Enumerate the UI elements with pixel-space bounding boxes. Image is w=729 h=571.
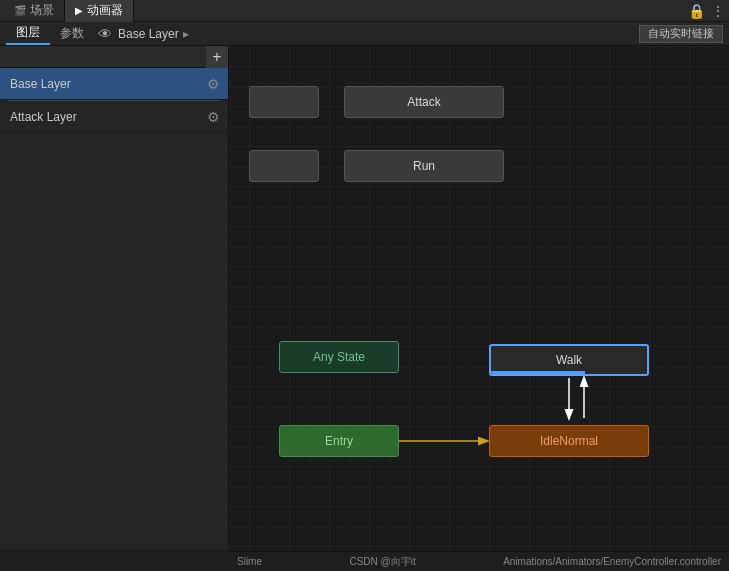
menu-icon[interactable]: ⋮ — [711, 3, 725, 19]
state-node-run[interactable]: Run — [344, 150, 504, 182]
canvas-area[interactable]: Attack Run Any State Walk Entry IdleNorm… — [229, 46, 729, 549]
add-layer-button[interactable]: + — [206, 46, 228, 68]
main-layout: + Base Layer ⚙ Attack Layer ⚙ — [0, 46, 729, 549]
state-node-dark1[interactable] — [249, 86, 319, 118]
secondary-bar: 图层 参数 👁 Base Layer ▸ 自动实时链接 — [0, 22, 729, 46]
scene-icon: 🎬 — [14, 5, 26, 16]
tab-scene[interactable]: 🎬 场景 — [4, 0, 65, 22]
state-node-entry[interactable]: Entry — [279, 425, 399, 457]
sidebar: + Base Layer ⚙ Attack Layer ⚙ — [0, 46, 229, 549]
status-credit: CSDN @向宇it — [349, 555, 415, 569]
arrow-canvas — [229, 46, 729, 549]
sidebar-item-attack-layer[interactable]: Attack Layer ⚙ — [0, 101, 228, 133]
sidebar-items: Base Layer ⚙ Attack Layer ⚙ — [0, 68, 228, 549]
state-node-anystate[interactable]: Any State — [279, 341, 399, 373]
tab-animator[interactable]: ▶ 动画器 — [65, 0, 134, 22]
auto-link-button[interactable]: 自动实时链接 — [639, 25, 723, 43]
state-node-walk[interactable]: Walk — [489, 344, 649, 376]
eye-icon[interactable]: 👁 — [98, 26, 112, 42]
gear-icon-attack[interactable]: ⚙ — [207, 109, 220, 125]
walk-progress-bar — [491, 371, 585, 374]
lock-icon[interactable]: 🔒 — [688, 3, 705, 19]
tab-layers[interactable]: 图层 — [6, 23, 50, 45]
status-left: Slime — [237, 556, 262, 567]
tab-bar: 🎬 场景 ▶ 动画器 🔒 ⋮ — [0, 0, 729, 22]
state-node-dark2[interactable] — [249, 150, 319, 182]
top-right-icons: 🔒 ⋮ — [688, 3, 729, 19]
sidebar-item-base-layer[interactable]: Base Layer ⚙ — [0, 68, 228, 100]
state-node-idlenormal[interactable]: IdleNormal — [489, 425, 649, 457]
gear-icon-base[interactable]: ⚙ — [207, 76, 220, 92]
status-bar: Slime CSDN @向宇it Animations/Animators/En… — [229, 551, 729, 571]
tab-params[interactable]: 参数 — [50, 23, 94, 45]
status-right: Animations/Animators/EnemyController.con… — [503, 556, 721, 567]
animator-icon: ▶ — [75, 5, 83, 16]
state-node-attack[interactable]: Attack — [344, 86, 504, 118]
breadcrumb: Base Layer ▸ — [118, 27, 379, 41]
